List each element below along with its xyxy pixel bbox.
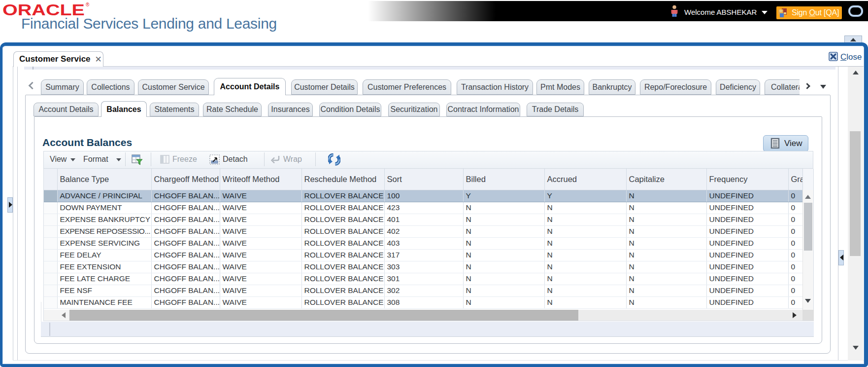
svg-text:®: ® [86,2,90,7]
